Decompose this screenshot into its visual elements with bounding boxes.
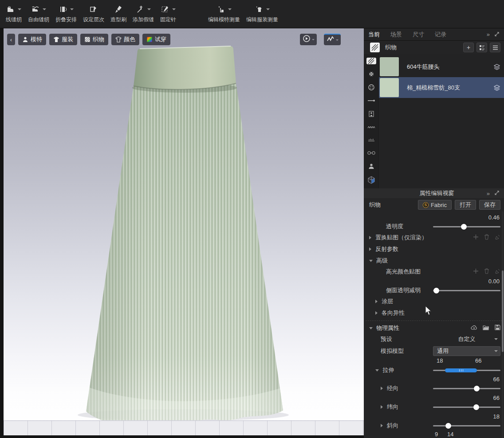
tool-free-sew[interactable]: 自由缝纫 (25, 4, 52, 23)
collapsed-chevron-icon[interactable] (369, 236, 371, 239)
grid-view-button[interactable] (476, 43, 487, 52)
displacement-row[interactable]: 置换贴图（仅渲染） (364, 232, 504, 243)
slider-track[interactable] (433, 425, 500, 426)
collapse-back-button[interactable]: ‹ (7, 34, 15, 45)
chevron-down-icon[interactable] (312, 39, 315, 40)
slider-knob[interactable] (461, 224, 467, 230)
save-button[interactable]: 保存 (479, 200, 500, 210)
open-folder-icon[interactable] (483, 324, 489, 332)
scrollbar-thumb[interactable] (502, 270, 504, 352)
slider-knob[interactable] (473, 404, 479, 410)
mode-button-color[interactable]: 颜色 (111, 34, 139, 45)
chevron-down-icon[interactable] (18, 8, 21, 10)
chevron-down-icon[interactable] (172, 8, 176, 10)
chevron-down-icon[interactable] (147, 8, 151, 10)
add-map-icon[interactable] (473, 234, 479, 242)
bias-slider[interactable] (433, 420, 500, 431)
collapsed-chevron-icon[interactable] (381, 424, 383, 427)
slider-track[interactable] (433, 407, 500, 408)
tab-current[interactable]: 当前 (368, 31, 380, 39)
collapse-panel-icon[interactable]: » (487, 31, 490, 38)
trim-figure-icon[interactable] (366, 110, 376, 117)
slider-track[interactable] (433, 388, 500, 389)
viewport-3d[interactable]: ‹ 模特 服装 织物 颜色 (4, 28, 364, 435)
edit-map-icon[interactable] (495, 234, 500, 242)
range-bar[interactable] (445, 368, 477, 372)
tool-edit-garment-measure[interactable]: 编辑服装测量 (243, 4, 281, 23)
chevron-down-icon[interactable] (228, 8, 232, 10)
collapsed-chevron-icon[interactable] (381, 405, 383, 409)
collapsed-chevron-icon[interactable] (375, 311, 378, 315)
edit-map-icon[interactable] (495, 268, 500, 276)
expanded-chevron-icon[interactable] (369, 327, 373, 329)
expand-panel-icon[interactable] (494, 31, 500, 39)
vr-glasses-icon[interactable] (366, 150, 376, 156)
side-fade-slider[interactable] (433, 285, 500, 296)
stretch-range-slider[interactable] (433, 365, 500, 375)
cube-3d-icon[interactable] (366, 176, 376, 184)
fabric-list-item[interactable]: 604牛筋腰头 (379, 56, 504, 77)
tool-fold-arrange[interactable]: 折叠安排 (52, 4, 80, 23)
warp-slider[interactable] (433, 383, 500, 394)
fabric-library-button[interactable]: S Fabric (418, 200, 452, 210)
cloud-fabric-icon[interactable] (471, 324, 477, 332)
topstitch-icon[interactable] (366, 124, 376, 130)
simulate-button[interactable] (324, 34, 341, 45)
animation-play-button[interactable] (300, 34, 317, 45)
open-button[interactable]: 打开 (455, 200, 476, 210)
tool-line-sew[interactable]: 线缝纫 (3, 4, 25, 23)
list-view-button[interactable] (490, 43, 500, 52)
reflection-row[interactable]: 反射参数 (364, 243, 504, 255)
tool-add-tack[interactable]: 添加假缝 (130, 4, 157, 23)
weft-slider[interactable] (433, 402, 500, 412)
mode-button-garment[interactable]: 服装 (49, 34, 77, 45)
button-icon[interactable] (366, 84, 376, 91)
physical-props-row[interactable]: 物理属性 (364, 323, 504, 333)
mode-button-avatar[interactable]: 模特 (18, 34, 46, 45)
expand-panel-icon[interactable] (494, 189, 500, 197)
collapsed-chevron-icon[interactable] (375, 300, 378, 303)
tool-set-layer[interactable]: 设定层次 (80, 4, 107, 23)
layers-icon[interactable] (493, 64, 500, 70)
tool-pin[interactable]: 固定针 (157, 4, 179, 23)
chevron-down-icon[interactable] (43, 8, 46, 10)
zipper-icon[interactable] (366, 97, 376, 104)
fabric-tab-icon[interactable] (370, 43, 380, 52)
property-scrollbar[interactable] (502, 211, 504, 438)
expanded-chevron-icon[interactable] (375, 369, 379, 372)
slider-knob[interactable] (474, 386, 480, 391)
expanded-chevron-icon[interactable] (369, 260, 373, 262)
slider-track[interactable] (433, 226, 500, 227)
anisotropy-row[interactable]: 各向异性 (364, 307, 504, 319)
slider-knob[interactable] (433, 288, 439, 293)
fabric-list-item-selected[interactable]: 棉_精梳棉雪纺_80支 (379, 77, 504, 98)
shirring-icon[interactable] (366, 137, 376, 143)
delete-map-icon[interactable] (484, 268, 489, 276)
delete-map-icon[interactable] (484, 234, 489, 242)
avatar-type-icon[interactable] (366, 163, 376, 170)
add-map-icon[interactable] (473, 268, 479, 276)
chevron-down-icon[interactable] (70, 8, 74, 10)
add-fabric-button[interactable]: + (463, 43, 474, 52)
preset-dropdown[interactable]: 自定义 (433, 333, 500, 345)
fabric-type-icon[interactable] (366, 58, 376, 64)
tab-scene[interactable]: 场景 (390, 31, 402, 39)
save-disk-icon[interactable] (495, 324, 500, 332)
coating-row[interactable]: 涂层 (364, 296, 504, 307)
collapse-panel-icon[interactable]: » (487, 190, 490, 197)
advanced-row[interactable]: 高级 (364, 255, 504, 266)
chevron-down-icon[interactable] (336, 39, 339, 41)
chevron-down-icon[interactable] (266, 8, 270, 10)
collapsed-chevron-icon[interactable] (369, 247, 371, 251)
collapsed-chevron-icon[interactable] (381, 387, 383, 390)
accessory-flower-icon[interactable] (366, 70, 376, 78)
tab-history[interactable]: 记录 (435, 31, 446, 39)
mode-button-tryon[interactable]: 试穿 (142, 34, 170, 45)
layers-icon[interactable] (493, 85, 500, 91)
tab-size[interactable]: 尺寸 (413, 31, 424, 39)
mode-button-fabric[interactable]: 织物 (80, 34, 108, 45)
slider-knob[interactable] (445, 423, 451, 429)
tool-style-brush[interactable]: 造型刷 (107, 4, 130, 23)
sim-model-dropdown[interactable]: 通用 (433, 345, 500, 357)
opacity-slider[interactable] (433, 221, 500, 232)
